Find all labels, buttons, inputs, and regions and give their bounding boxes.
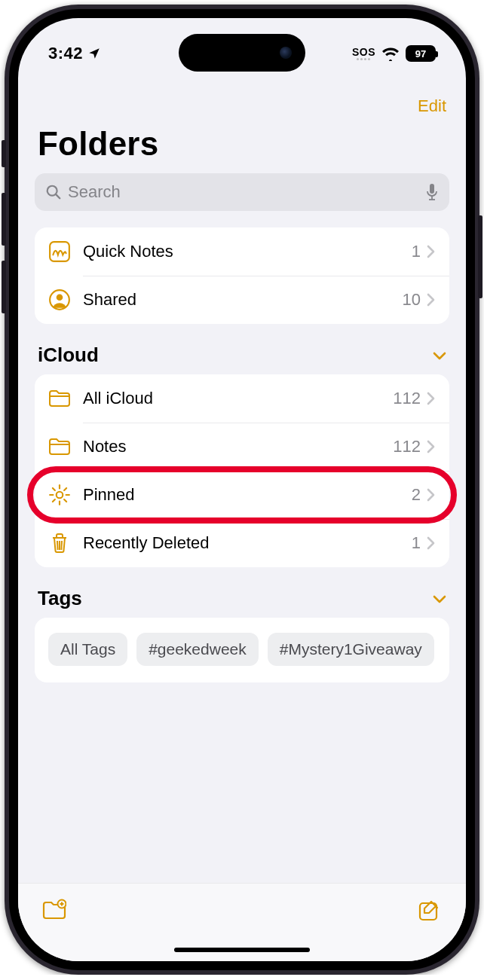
icloud-folders-card: All iCloud 112 Notes 112 — [35, 374, 449, 567]
folder-label: Shared — [83, 290, 403, 310]
tag-chip[interactable]: All Tags — [48, 633, 127, 666]
status-time: 3:42 — [48, 44, 83, 63]
battery-indicator: 97 — [406, 45, 436, 62]
svg-line-17 — [53, 499, 55, 502]
section-header-tags[interactable]: Tags — [18, 587, 466, 618]
folder-label: Notes — [83, 437, 393, 456]
chevron-right-icon — [427, 488, 436, 502]
search-placeholder: Search — [68, 182, 419, 202]
trash-icon — [48, 532, 71, 554]
device-frame: 3:42 SOS 97 Edit Folder — [5, 5, 479, 975]
volume-down-button — [2, 261, 6, 313]
chevron-down-icon — [433, 351, 446, 360]
folder-icon — [48, 387, 71, 410]
folder-count: 10 — [403, 290, 421, 310]
folder-icon — [48, 435, 71, 458]
section-title: iCloud — [38, 343, 99, 367]
wifi-icon — [381, 46, 400, 61]
new-folder-button[interactable] — [42, 899, 66, 921]
folder-row-recently-deleted[interactable]: Recently Deleted 1 — [35, 519, 449, 567]
silence-switch — [2, 140, 6, 167]
folder-row-notes[interactable]: Notes 112 — [35, 423, 449, 471]
power-button — [478, 215, 482, 298]
svg-line-19 — [57, 541, 58, 550]
folder-label: Quick Notes — [83, 242, 412, 261]
svg-rect-2 — [430, 184, 434, 194]
folder-label: All iCloud — [83, 389, 393, 408]
shared-icon — [48, 289, 71, 311]
svg-line-1 — [56, 194, 60, 198]
svg-line-18 — [64, 488, 66, 490]
folder-row-pinned[interactable]: Pinned 2 — [35, 471, 449, 519]
svg-line-21 — [61, 541, 62, 550]
dictate-icon[interactable] — [425, 183, 439, 201]
chevron-right-icon — [427, 293, 436, 307]
nav-bar: Edit — [18, 83, 466, 122]
section-title: Tags — [38, 587, 82, 610]
chevron-right-icon — [427, 536, 436, 550]
folder-label: Recently Deleted — [83, 533, 412, 553]
compose-button[interactable] — [418, 899, 442, 921]
svg-point-10 — [57, 492, 63, 499]
svg-line-15 — [53, 488, 55, 490]
tag-chip[interactable]: #geekedweek — [136, 633, 259, 666]
folder-row-quicknotes[interactable]: Quick Notes 1 — [35, 227, 449, 276]
search-icon — [45, 184, 62, 200]
dynamic-island — [179, 34, 305, 72]
search-field[interactable]: Search — [35, 173, 449, 211]
gear-icon — [48, 484, 71, 506]
folder-count: 1 — [412, 242, 421, 261]
folder-row-all-icloud[interactable]: All iCloud 112 — [35, 374, 449, 423]
tags-card: All Tags #geekedweek #Mystery1Giveaway — [35, 618, 449, 682]
chevron-down-icon — [433, 594, 446, 603]
section-header-icloud[interactable]: iCloud — [18, 343, 466, 374]
folder-count: 112 — [393, 437, 421, 456]
folder-label: Pinned — [83, 485, 412, 505]
folder-count: 1 — [412, 533, 421, 553]
front-camera — [280, 47, 292, 59]
tag-chip[interactable]: #Mystery1Giveaway — [268, 633, 434, 666]
page-title: Folders — [18, 122, 466, 173]
location-icon — [87, 47, 101, 60]
sos-indicator: SOS — [352, 47, 375, 60]
chevron-right-icon — [427, 392, 436, 405]
folder-row-shared[interactable]: Shared 10 — [35, 276, 449, 324]
svg-point-7 — [57, 295, 63, 301]
svg-line-16 — [64, 499, 66, 502]
folder-count: 112 — [393, 389, 421, 408]
smart-folders-card: Quick Notes 1 Shared 10 — [35, 227, 449, 324]
screen: 3:42 SOS 97 Edit Folder — [9, 9, 475, 970]
folder-count: 2 — [412, 485, 421, 505]
edit-button[interactable]: Edit — [418, 96, 446, 116]
chevron-right-icon — [427, 440, 436, 453]
home-indicator[interactable] — [174, 948, 310, 952]
volume-up-button — [2, 193, 6, 246]
app-content: Edit Folders Search Quick Notes 1 — [18, 18, 466, 961]
chevron-right-icon — [427, 245, 436, 258]
quicknote-icon — [48, 240, 71, 263]
